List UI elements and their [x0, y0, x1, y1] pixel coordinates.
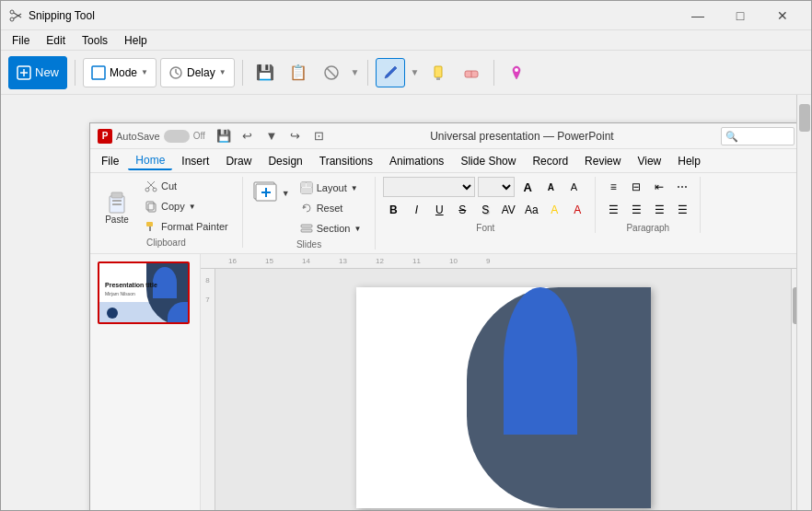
slide-main-view: [215, 269, 791, 510]
slides-content: ▼ Lay: [250, 177, 368, 238]
decrease-font-button[interactable]: A: [540, 177, 561, 197]
horizontal-ruler: 16 15 14 13 12 11 10 9: [201, 254, 802, 269]
justify-button[interactable]: ☰: [672, 200, 692, 220]
case-button[interactable]: Aa: [521, 200, 541, 220]
svg-rect-20: [112, 200, 122, 202]
svg-point-17: [515, 68, 518, 72]
highlight-color-button[interactable]: A: [544, 200, 564, 220]
ppt-tab-record[interactable]: Record: [525, 153, 575, 169]
ppt-title-bar: P AutoSave Off 💾 ↩ ▼ ↪ ⊡ Universal prese…: [90, 123, 802, 149]
customize-button[interactable]: ⊡: [308, 125, 331, 147]
save-ppt-button[interactable]: 💾: [213, 125, 235, 147]
svg-rect-39: [301, 225, 312, 227]
eraser-button[interactable]: [457, 58, 486, 87]
layout-button[interactable]: Layout ▼: [294, 179, 368, 197]
menu-help[interactable]: Help: [117, 32, 155, 49]
ppt-tab-home[interactable]: Home: [128, 152, 172, 170]
copy-ppt-button[interactable]: Copy ▼: [138, 197, 235, 215]
decrease-indent-button[interactable]: ⇤: [649, 177, 669, 197]
svg-rect-14: [436, 77, 440, 80]
ppt-tab-draw[interactable]: Draw: [218, 153, 259, 169]
pen-button[interactable]: [376, 58, 405, 87]
menu-file[interactable]: File: [5, 32, 37, 49]
slide-thumbnail-1[interactable]: Presentation title Mirjam Nilsson: [98, 261, 190, 324]
canvas-area: P AutoSave Off 💾 ↩ ▼ ↪ ⊡ Universal prese…: [1, 95, 811, 510]
new-slide-dropdown-arrow[interactable]: ▼: [282, 189, 290, 198]
bullets-button[interactable]: ≡: [603, 177, 623, 197]
format-painter-button[interactable]: Format Painter: [138, 217, 235, 236]
main-slide-view[interactable]: [356, 287, 651, 508]
svg-rect-37: [301, 188, 312, 193]
clipboard-content: Paste Cut: [98, 177, 235, 236]
clipboard-small-buttons: Cut Copy ▼: [138, 177, 235, 236]
pin-button[interactable]: [502, 58, 531, 87]
reset-button[interactable]: Reset: [294, 199, 368, 217]
section-button[interactable]: Section ▼: [294, 219, 368, 238]
pen-dropdown: ▼: [409, 67, 420, 77]
clear-format-button[interactable]: A: [563, 177, 584, 197]
highlighter-button[interactable]: [423, 58, 453, 87]
ppt-tab-view[interactable]: View: [630, 153, 668, 169]
ppt-tab-file[interactable]: File: [94, 153, 126, 169]
shadow-button[interactable]: S: [475, 200, 495, 220]
ribbon-paragraph-group: ≡ ⊟ ⇤ ⋯ ☰ ☰ ☰ ☰ Paragraph: [603, 177, 701, 233]
font-name-select[interactable]: [383, 177, 475, 197]
ppt-tab-slideshow[interactable]: Slide Show: [453, 153, 523, 169]
main-slide-blue-shape: [504, 287, 577, 435]
ppt-tab-design[interactable]: Design: [261, 153, 309, 169]
st-vertical-scrollbar[interactable]: [796, 95, 811, 510]
char-spacing-button[interactable]: AV: [498, 200, 518, 220]
new-snip-icon: [17, 65, 31, 80]
numbering-button[interactable]: ⊟: [626, 177, 646, 197]
window-title: Snipping Tool: [29, 9, 677, 22]
svg-line-10: [176, 73, 179, 75]
layout-arrow[interactable]: ▼: [351, 184, 358, 192]
align-left-button[interactable]: ☰: [603, 200, 623, 220]
undo-button[interactable]: ↩: [237, 125, 259, 147]
copy-button[interactable]: 📋: [284, 58, 313, 87]
crop-button[interactable]: [317, 58, 346, 87]
para-more-button[interactable]: ⋯: [672, 177, 692, 197]
layout-label: Layout: [317, 182, 347, 193]
underline-button[interactable]: U: [429, 200, 449, 220]
bold-button[interactable]: B: [383, 200, 403, 220]
menu-edit[interactable]: Edit: [39, 32, 73, 49]
increase-font-button[interactable]: A: [517, 177, 538, 197]
st-scrollbar-thumb[interactable]: [799, 104, 810, 132]
save-button[interactable]: 💾: [250, 58, 280, 87]
ppt-menu-bar: File Home Insert Draw Design Transitions…: [90, 149, 802, 173]
redo-button[interactable]: ↪: [284, 125, 307, 147]
autosave-toggle[interactable]: [164, 130, 190, 143]
close-button[interactable]: ✕: [761, 1, 804, 30]
cut-button[interactable]: Cut: [138, 177, 235, 195]
mode-button[interactable]: Mode ▼: [83, 58, 157, 87]
ppt-search-input[interactable]: [721, 127, 795, 145]
separator-3: [367, 60, 368, 86]
align-center-button[interactable]: ☰: [626, 200, 646, 220]
ppt-tab-animations[interactable]: Animations: [382, 153, 451, 169]
copy-dropdown[interactable]: ▼: [189, 203, 196, 211]
italic-button[interactable]: I: [406, 200, 426, 220]
ppt-main-canvas: 16 15 14 13 12 11 10 9 8 7: [201, 254, 802, 510]
section-arrow[interactable]: ▼: [354, 225, 361, 233]
ppt-tab-help[interactable]: Help: [670, 153, 708, 169]
font-color-button[interactable]: A: [567, 200, 587, 220]
menu-tools[interactable]: Tools: [75, 32, 115, 49]
font-size-select[interactable]: [478, 177, 515, 197]
paste-button[interactable]: Paste: [98, 184, 136, 229]
minimize-button[interactable]: —: [677, 1, 719, 30]
ppt-tab-insert[interactable]: Insert: [174, 153, 216, 169]
undo-dropdown[interactable]: ▼: [261, 125, 283, 147]
new-slide-button[interactable]: ▼: [250, 177, 292, 210]
delay-label: Delay: [187, 66, 215, 79]
strikethrough-button[interactable]: S: [452, 200, 472, 220]
new-label: New: [35, 65, 59, 79]
format-painter-label: Format Painter: [161, 221, 228, 232]
ppt-tab-review[interactable]: Review: [577, 153, 628, 169]
new-button[interactable]: New: [8, 56, 67, 89]
svg-point-0: [10, 10, 14, 14]
maximize-button[interactable]: □: [719, 1, 761, 30]
align-right-button[interactable]: ☰: [649, 200, 669, 220]
ppt-tab-transitions[interactable]: Transitions: [312, 153, 380, 169]
delay-button[interactable]: Delay ▼: [160, 58, 235, 87]
